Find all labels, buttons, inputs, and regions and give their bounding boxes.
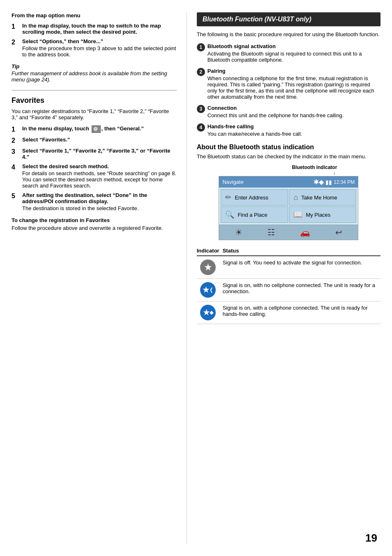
favorites-intro: You can register destinations to “Favori… — [12, 108, 177, 120]
step-number: 5 — [12, 192, 20, 200]
tip-label: Tip — [12, 63, 19, 70]
indicator-cell-1: ★ — [197, 256, 223, 279]
table-row: ★ Signal is off. You need to activate th… — [197, 256, 380, 279]
nav-icon-3[interactable]: 🚗 — [300, 227, 310, 237]
bt-step-3: 3 Connection Connect this unit and the c… — [197, 105, 380, 118]
bt-signal-icon: ✱◆ — [314, 178, 324, 186]
status-cell-3: Signal is on, with a cellphone connected… — [223, 301, 380, 324]
favorites-title: Favorites — [12, 96, 177, 105]
indicator-arrow-area: Bluetooth indicator ↓ — [219, 164, 358, 175]
bt-step-desc-4: You can make/receive a hands-free call. — [208, 131, 380, 137]
menu-icon — [92, 125, 101, 133]
nav-title: Navigate — [222, 179, 243, 185]
bt-step-num-1: 1 — [197, 43, 205, 51]
battery-icon: ▮▮ — [325, 179, 332, 185]
search-icon: 🔍 — [225, 210, 234, 219]
tip-text: Further management of address book is av… — [12, 70, 177, 83]
bt-indicator-label: Bluetooth indicator — [219, 164, 358, 170]
about-bt-title: About the Bluetooth status indication — [197, 144, 380, 151]
fav-step-5: 5 After setting the destination, select … — [12, 192, 177, 211]
nav-icon-1[interactable]: ☀ — [235, 227, 242, 237]
step-number: 1 — [12, 23, 20, 30]
bt-function-header: Bluetooth Function (NV-U83T only) — [197, 12, 380, 26]
nav-time: 12:34 PM — [334, 179, 355, 185]
bt-step-title-2: Pairing — [208, 68, 380, 74]
bt-step-num-3: 3 — [197, 105, 205, 113]
step-number: 4 — [12, 163, 20, 171]
left-column: From the map option menu 1 In the map di… — [12, 12, 187, 544]
bt-step-2: 2 Pairing When connecting a cellphone fo… — [197, 68, 380, 100]
step-text: Select “Favorites.” — [22, 137, 177, 143]
indicator-cell-2: ★❬ — [197, 279, 223, 301]
step-text: In the map display, touch the map to swi… — [22, 23, 177, 35]
home-icon: ⌂ — [293, 193, 298, 202]
enter-address-btn[interactable]: ✏ Enter Address — [221, 189, 288, 206]
step-text: After setting the destination, select “D… — [22, 192, 177, 211]
bt-off-icon: ★ — [200, 259, 216, 275]
map-steps-list: 1 In the map display, touch the map to s… — [12, 23, 177, 58]
nav-buttons-grid: ✏ Enter Address ⌂ Take Me Home 🔍 Find a … — [219, 188, 358, 225]
bt-step-num-4: 4 — [197, 123, 205, 132]
take-me-home-btn[interactable]: ⌂ Take Me Home — [289, 189, 356, 206]
bt-step-desc-2: When connecting a cellphone for the firs… — [208, 75, 380, 100]
nav-icon-2[interactable]: ☷ — [267, 227, 275, 237]
bt-step-desc-3: Connect this unit and the cellphone for … — [208, 112, 380, 118]
favorites-steps-list: 1 In the menu display, touch , then “Gen… — [12, 125, 177, 211]
step-number: 3 — [12, 148, 20, 155]
right-column: Bluetooth Function (NV-U83T only) The fo… — [187, 12, 380, 544]
table-row: ★❬ Signal is on, with no cellphone conne… — [197, 279, 380, 301]
page-number: 19 — [365, 532, 377, 544]
nav-topbar-right: ✱◆ ▮▮ 12:34 PM — [314, 178, 355, 186]
indicator-cell-3: ★◆ — [197, 301, 223, 324]
step-number: 2 — [12, 38, 20, 46]
bt-on-wave-icon: ★❬ — [200, 282, 216, 298]
indicator-table: Indicator Status ★ Signal is off. You ne… — [197, 246, 380, 324]
fav-step-3: 3 Select “Favorite 1,” “Favorite 2,” “Fa… — [12, 148, 177, 160]
step-text: Select the desired search method. For de… — [22, 163, 177, 189]
bt-step-title-1: Bluetooth signal activation — [208, 43, 380, 49]
bt-step-desc-1: Activating the Bluetooth signal is requi… — [208, 51, 380, 63]
status-cell-2: Signal is on, with no cellphone connecte… — [223, 279, 380, 301]
bt-step-num-2: 2 — [197, 68, 205, 76]
indicator-col-header: Indicator — [197, 246, 223, 256]
change-reg-text: Follow the procedure above and overwrite… — [12, 225, 177, 231]
nav-mockup: Navigate ✱◆ ▮▮ 12:34 PM ✏ Enter Address … — [219, 176, 358, 240]
step-text: Select “Favorite 1,” “Favorite 2,” “Favo… — [22, 148, 177, 160]
step-text: Select “Options,” then “More...” Follow … — [22, 38, 177, 58]
fav-step-4: 4 Select the desired search method. For … — [12, 163, 177, 189]
map-step-2: 2 Select “Options,” then “More...” Follo… — [12, 38, 177, 58]
bt-on-connected-icon: ★◆ — [200, 305, 216, 320]
from-map-title: From the map option menu — [12, 12, 177, 19]
status-col-header: Status — [223, 246, 380, 256]
step-text: In the menu display, touch , then “Gener… — [22, 125, 177, 133]
fav-step-1: 1 In the menu display, touch , then “Gen… — [12, 125, 177, 133]
nav-icon-4[interactable]: ↩ — [335, 227, 342, 237]
places-icon: 📖 — [293, 210, 302, 219]
step-number: 1 — [12, 125, 20, 133]
table-row: ★◆ Signal is on, with a cellphone connec… — [197, 301, 380, 324]
bt-step-4: 4 Hands-free calling You can make/receiv… — [197, 123, 380, 137]
nav-topbar: Navigate ✱◆ ▮▮ 12:34 PM — [219, 176, 358, 188]
pencil-icon: ✏ — [225, 193, 231, 202]
status-cell-1: Signal is off. You need to activate the … — [223, 256, 380, 279]
bt-step-1: 1 Bluetooth signal activation Activating… — [197, 43, 380, 63]
tip-section: Tip Further management of address book i… — [12, 63, 177, 83]
bt-indicator-arrow: ↓ — [219, 170, 358, 175]
step-number: 2 — [12, 137, 20, 144]
about-bt-desc: The Bluetooth status can be checked by t… — [197, 153, 380, 160]
divider — [12, 90, 177, 90]
fav-step-2: 2 Select “Favorites.” — [12, 137, 177, 144]
map-step-1: 1 In the map display, touch the map to s… — [12, 23, 177, 35]
find-place-btn[interactable]: 🔍 Find a Place — [221, 206, 288, 223]
nav-bottom-row: ☀ ☷ 🚗 ↩ — [219, 225, 358, 240]
change-reg-title: To change the registration in Favorites — [12, 217, 177, 223]
bt-intro: The following is the basic procedure req… — [197, 31, 380, 37]
my-places-btn[interactable]: 📖 My Places — [289, 206, 356, 223]
bt-step-title-3: Connection — [208, 105, 380, 111]
bt-step-title-4: Hands-free calling — [208, 123, 380, 130]
